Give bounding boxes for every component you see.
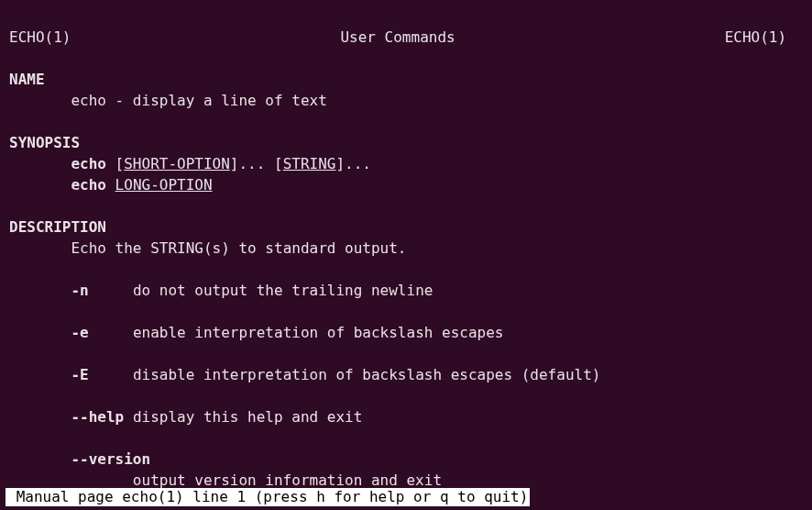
option-flag: --version [71, 450, 150, 468]
synopsis-cmd2: echo [71, 176, 106, 194]
synopsis-cmd1: echo [71, 155, 106, 172]
synopsis-arg: LONG-OPTION [115, 176, 213, 194]
option-desc: display this help and exit [133, 408, 362, 426]
option-flag: -e [71, 324, 88, 341]
synopsis-arg: SHORT-OPTION [124, 155, 230, 172]
synopsis-text: ]... [335, 155, 371, 172]
indent [9, 408, 71, 426]
indent [9, 176, 71, 194]
indent [9, 366, 71, 383]
indent [9, 282, 71, 299]
option-desc: enable interpretation of backslash escap… [133, 324, 504, 341]
indent [9, 239, 71, 257]
synopsis-text: ]... [ [230, 155, 283, 172]
option-pad [89, 366, 133, 383]
indent [9, 471, 133, 489]
option-desc: do not output the trailing newline [133, 282, 433, 299]
name-line: echo - display a line of text [71, 92, 326, 109]
synopsis-text [106, 176, 115, 194]
indent [9, 450, 71, 468]
indent [9, 155, 71, 172]
man-page-content[interactable]: ECHO(1)User CommandsECHO(1) NAME echo - … [0, 0, 812, 491]
indent [9, 92, 71, 109]
option-desc: output version information and exit [133, 471, 442, 489]
option-flag: -E [71, 366, 88, 383]
indent [9, 324, 71, 341]
header-right: ECHO(1) [725, 28, 786, 46]
option-desc: disable interpretation of backslash esca… [133, 366, 601, 383]
status-bar: Manual page echo(1) line 1 (press h for … [5, 488, 530, 506]
description-intro: Echo the STRING(s) to standard output. [71, 239, 406, 257]
section-heading-synopsis: SYNOPSIS [9, 134, 80, 151]
option-flag: --help [71, 408, 124, 426]
synopsis-text: [ [106, 155, 124, 172]
synopsis-arg: STRING [283, 155, 336, 172]
header-center: User Commands [340, 28, 455, 46]
option-flag: -n [71, 282, 88, 299]
header-left: ECHO(1) [9, 28, 71, 46]
terminal-window: ECHO(1)User CommandsECHO(1) NAME echo - … [0, 0, 812, 510]
section-heading-name: NAME [9, 71, 45, 88]
option-pad [124, 408, 133, 426]
option-pad [89, 282, 133, 299]
option-pad [89, 324, 133, 341]
section-heading-description: DESCRIPTION [9, 218, 106, 236]
